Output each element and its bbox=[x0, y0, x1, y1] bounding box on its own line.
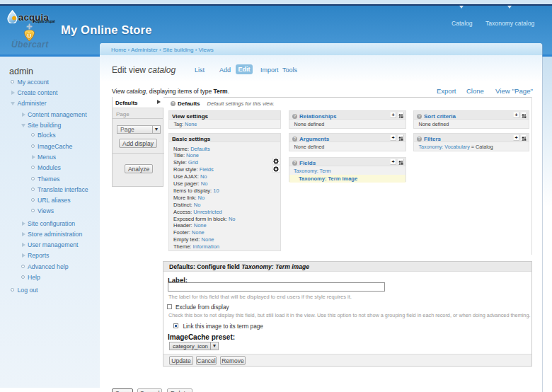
svg-text:Ü: Ü bbox=[28, 33, 32, 39]
